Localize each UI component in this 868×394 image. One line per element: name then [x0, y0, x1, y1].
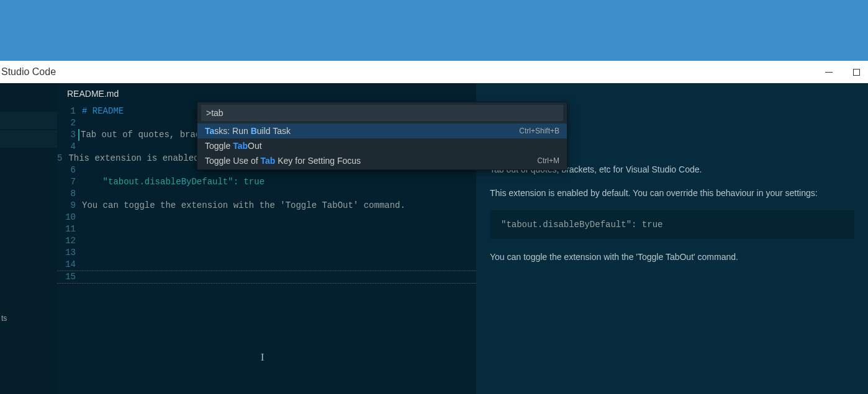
editor-tab-readme[interactable]: README.md: [66, 85, 120, 102]
line-content: [79, 223, 82, 235]
line-number: 5: [57, 153, 66, 164]
line-content: Tab out of quotes, brac: [78, 129, 201, 141]
line-number: 2: [57, 117, 79, 129]
line-content: [79, 188, 82, 200]
window-title-bar: Studio Code: [0, 61, 868, 83]
line-number: 6: [57, 164, 79, 176]
command-item-label: Toggle Use of Tab Key for Setting Focus: [205, 156, 361, 166]
line-content: "tabout.disableByDefault": true: [79, 176, 264, 188]
line-number: 3: [57, 129, 79, 141]
activity-bar: ts: [0, 83, 57, 394]
line-number: 12: [57, 235, 79, 247]
code-line[interactable]: 7 "tabout.disableByDefault": true: [57, 176, 476, 188]
minimize-icon: [825, 72, 833, 73]
window-controls: [825, 68, 861, 76]
code-line[interactable]: 10: [57, 212, 476, 223]
code-line[interactable]: 15: [57, 271, 476, 284]
code-line[interactable]: 14: [57, 259, 476, 271]
code-line[interactable]: 13: [57, 247, 476, 259]
command-palette-item[interactable]: Toggle Use of Tab Key for Setting FocusC…: [197, 153, 567, 168]
command-palette-item[interactable]: Toggle TabOut: [197, 138, 567, 153]
maximize-button[interactable]: [852, 68, 861, 76]
activity-item[interactable]: [0, 112, 57, 129]
code-line[interactable]: 8: [57, 188, 476, 200]
line-number: 10: [57, 212, 79, 223]
line-number: 7: [57, 176, 79, 188]
line-content: [79, 271, 82, 283]
line-number: 13: [57, 247, 79, 259]
activity-item[interactable]: [0, 130, 57, 148]
line-number: 4: [57, 141, 79, 153]
keybinding-label: Ctrl+M: [537, 156, 559, 165]
command-palette: Tasks: Run Build TaskCtrl+Shift+BToggle …: [197, 102, 567, 170]
command-palette-list: Tasks: Run Build TaskCtrl+Shift+BToggle …: [197, 123, 567, 169]
code-line[interactable]: 12: [57, 235, 476, 247]
line-number: 9: [57, 200, 79, 212]
command-item-label: Tasks: Run Build Task: [205, 126, 291, 136]
editor-tab-bar: README.md: [57, 83, 476, 104]
line-number: 11: [57, 223, 79, 235]
line-content: [79, 235, 82, 247]
keybinding-label: Ctrl+Shift+B: [519, 127, 559, 135]
activity-bar-label-fragment: ts: [1, 314, 7, 323]
line-number: 15: [57, 271, 79, 283]
preview-code-block: "tabout.disableByDefault": true: [490, 210, 854, 239]
line-content: You can toggle the extension with the 'T…: [79, 200, 405, 212]
minimize-button[interactable]: [825, 68, 833, 76]
text-cursor-icon: I: [261, 352, 264, 363]
preview-paragraph: This extension is enabled by default. Yo…: [490, 186, 854, 200]
line-content: [79, 247, 82, 259]
line-content: [79, 212, 82, 223]
command-palette-input[interactable]: [201, 105, 563, 121]
line-content: [79, 117, 82, 129]
line-content: [79, 259, 82, 271]
blue-header-region: [0, 0, 868, 61]
line-number: 14: [57, 259, 79, 271]
command-palette-item[interactable]: Tasks: Run Build TaskCtrl+Shift+B: [197, 123, 567, 138]
line-content: [79, 141, 82, 153]
preview-paragraph: You can toggle the extension with the 'T…: [490, 250, 854, 264]
code-line[interactable]: 11: [57, 223, 476, 235]
line-content: [79, 164, 82, 176]
code-line[interactable]: 9You can toggle the extension with the '…: [57, 200, 476, 212]
command-item-label: Toggle TabOut: [205, 141, 262, 151]
line-number: 1: [57, 105, 79, 117]
line-content: # README: [79, 105, 124, 117]
maximize-icon: [853, 69, 860, 76]
app-title: Studio Code: [0, 66, 56, 78]
line-number: 8: [57, 188, 79, 200]
